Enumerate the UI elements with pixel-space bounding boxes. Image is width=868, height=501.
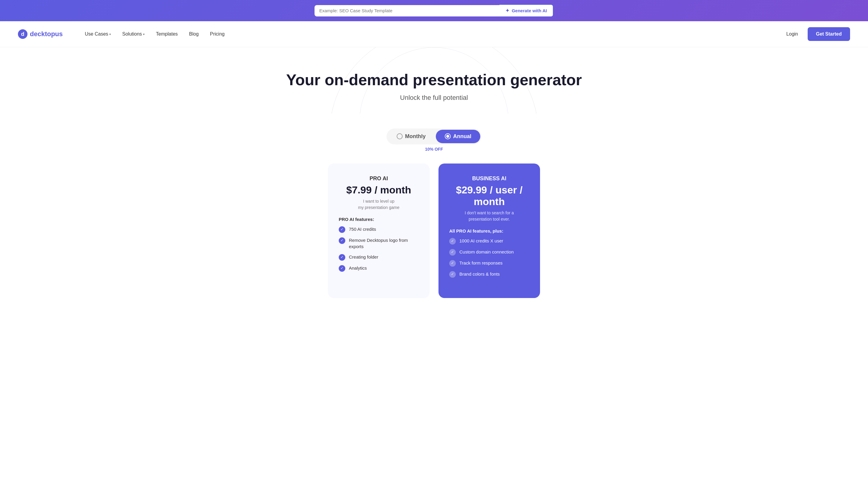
pricing-card-business: BUSINESS AI $29.99 / user / month I don'… bbox=[439, 163, 540, 298]
check-icon: ✓ bbox=[339, 226, 345, 233]
top-bar: ✦ Generate with AI bbox=[0, 0, 868, 21]
logo-text: decktopus bbox=[30, 30, 63, 38]
hero-section: Your on-demand presentation generator Un… bbox=[0, 47, 868, 114]
chevron-icon: ▾ bbox=[143, 33, 145, 36]
plan-price-business: $29.99 / user / month bbox=[449, 184, 529, 207]
login-button[interactable]: Login bbox=[782, 29, 803, 39]
nav-item-blog[interactable]: Blog bbox=[185, 29, 203, 39]
check-icon: ✓ bbox=[339, 237, 345, 244]
annual-radio bbox=[445, 133, 451, 139]
feature-list-pro: ✓ 750 AI credits ✓ Remove Decktopus logo… bbox=[339, 226, 419, 272]
generate-button[interactable]: ✦ Generate with AI bbox=[499, 4, 553, 17]
plan-name-pro: PRO AI bbox=[339, 175, 419, 182]
check-icon: ✓ bbox=[339, 254, 345, 261]
nav-item-use-cases[interactable]: Use Cases ▾ bbox=[81, 29, 115, 39]
billing-toggle-wrap: Monthly Annual 10% OFF bbox=[0, 129, 868, 151]
feature-item: ✓ Remove Decktopus logo from exports bbox=[339, 237, 419, 249]
features-label-pro: PRO AI features: bbox=[339, 217, 419, 222]
nav-item-pricing[interactable]: Pricing bbox=[206, 29, 229, 39]
generate-label: Generate with AI bbox=[512, 8, 547, 13]
nav-item-solutions[interactable]: Solutions ▾ bbox=[118, 29, 149, 39]
check-icon: ✓ bbox=[339, 265, 345, 272]
off-badge: 10% OFF bbox=[425, 147, 443, 151]
check-icon: ✓ bbox=[449, 260, 456, 267]
plan-price-pro: $7.99 / month bbox=[339, 184, 419, 196]
plan-desc-business: I don't want to search for apresentation… bbox=[449, 210, 529, 222]
feature-item: ✓ Creating folder bbox=[339, 254, 419, 261]
check-icon: ✓ bbox=[449, 238, 456, 245]
billing-toggle: Monthly Annual bbox=[386, 129, 482, 145]
feature-list-business: ✓ 1000 AI credits X user ✓ Custom domain… bbox=[449, 238, 529, 278]
hero-subtitle: Unlock the full potential bbox=[6, 94, 862, 102]
plan-name-business: BUSINESS AI bbox=[449, 175, 529, 182]
annual-toggle[interactable]: Annual bbox=[436, 130, 480, 143]
chevron-icon: ▾ bbox=[109, 33, 111, 36]
nav-links: Use Cases ▾ Solutions ▾ Templates Blog P… bbox=[81, 29, 776, 39]
get-started-button[interactable]: Get Started bbox=[807, 27, 850, 41]
feature-item: ✓ Analytics bbox=[339, 265, 419, 272]
nav-right: Login Get Started bbox=[782, 27, 850, 41]
search-input[interactable] bbox=[319, 8, 495, 13]
nav-item-templates[interactable]: Templates bbox=[152, 29, 182, 39]
feature-item: ✓ Track form responses bbox=[449, 260, 529, 267]
sparkle-icon: ✦ bbox=[505, 8, 509, 13]
monthly-radio bbox=[397, 133, 403, 139]
navbar: d decktopus Use Cases ▾ Solutions ▾ Temp… bbox=[0, 21, 868, 47]
feature-item: ✓ 750 AI credits bbox=[339, 226, 419, 233]
plan-desc-pro: I want to level upmy presentation game bbox=[339, 198, 419, 211]
feature-item: ✓ Brand colors & fonts bbox=[449, 271, 529, 278]
logo-icon: d bbox=[18, 29, 28, 39]
features-label-business: All PRO AI features, plus: bbox=[449, 228, 529, 233]
check-icon: ✓ bbox=[449, 271, 456, 278]
pricing-section: PRO AI $7.99 / month I want to level upm… bbox=[0, 163, 868, 316]
feature-item: ✓ 1000 AI credits X user bbox=[449, 238, 529, 245]
logo-link[interactable]: d decktopus bbox=[18, 29, 63, 39]
hero-title: Your on-demand presentation generator bbox=[6, 71, 862, 89]
top-bar-inner: ✦ Generate with AI bbox=[315, 4, 553, 17]
check-icon: ✓ bbox=[449, 249, 456, 256]
pricing-card-pro: PRO AI $7.99 / month I want to level upm… bbox=[328, 163, 429, 298]
monthly-toggle[interactable]: Monthly bbox=[388, 130, 435, 143]
feature-item: ✓ Custom domain connection bbox=[449, 249, 529, 256]
search-wrap bbox=[315, 5, 499, 17]
